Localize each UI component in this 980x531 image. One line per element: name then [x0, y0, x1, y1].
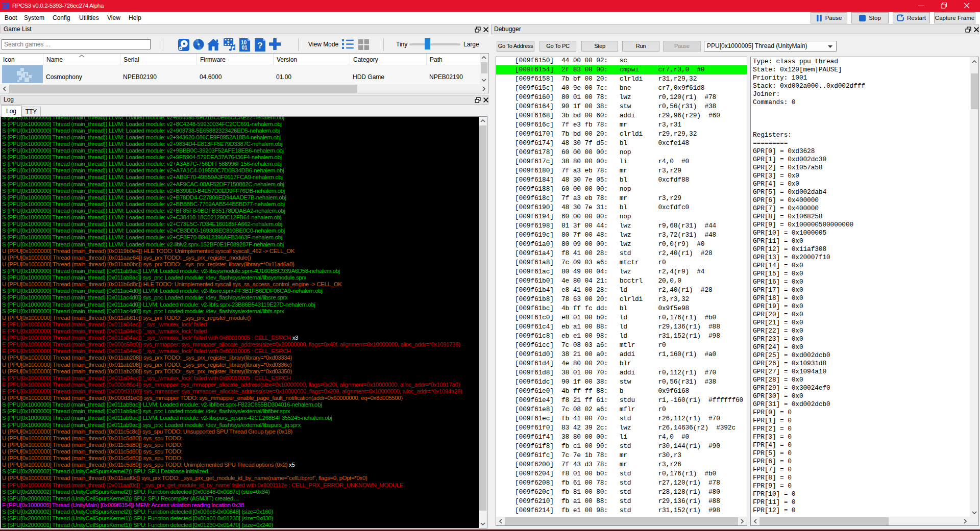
svg-text:?: ? [257, 41, 262, 50]
svg-text:10: 10 [241, 40, 247, 45]
svg-text:01: 01 [242, 45, 248, 50]
